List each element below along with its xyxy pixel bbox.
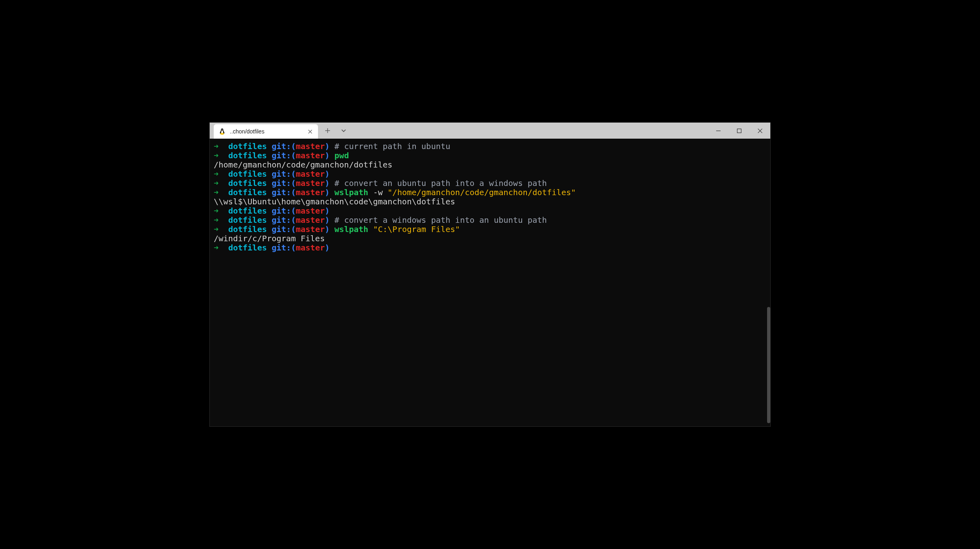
svg-rect-11: [737, 129, 741, 133]
tab-dropdown-button[interactable]: [336, 123, 351, 138]
scrollbar-thumb[interactable]: [767, 307, 770, 423]
tab-title: ..chon/dotfiles: [230, 128, 302, 135]
terminal-area[interactable]: ➜ dotfiles git:(master) # current path i…: [210, 139, 770, 426]
close-window-button[interactable]: [749, 123, 770, 139]
svg-point-4: [222, 129, 222, 130]
terminal-window: ..chon/dotfiles: [209, 122, 771, 427]
minimize-button[interactable]: [708, 123, 729, 139]
tab-close-button[interactable]: [306, 127, 314, 135]
titlebar: ..chon/dotfiles: [210, 123, 770, 139]
svg-point-5: [223, 129, 223, 130]
new-tab-button[interactable]: [320, 123, 335, 138]
tux-icon: [219, 128, 226, 135]
tab-actions: [320, 123, 351, 139]
terminal-output: ➜ dotfiles git:(master) # current path i…: [210, 139, 770, 256]
svg-point-1: [221, 130, 223, 133]
maximize-button[interactable]: [729, 123, 749, 139]
tab-active[interactable]: ..chon/dotfiles: [214, 124, 318, 139]
window-controls: [708, 123, 770, 139]
tabs-region: ..chon/dotfiles: [210, 123, 351, 139]
